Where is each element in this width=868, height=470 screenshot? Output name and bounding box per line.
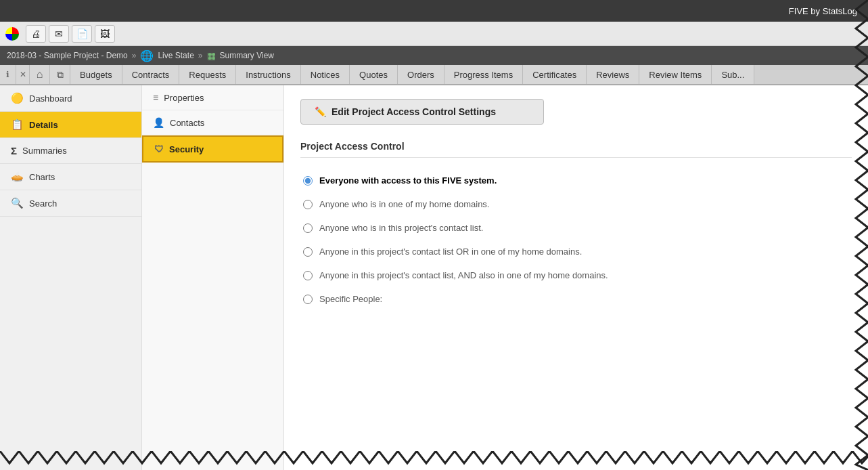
edit-access-control-button[interactable]: ✏️ Edit Project Access Control Settings (300, 99, 544, 125)
top-bar: FIVE by StatsLog (0, 0, 868, 22)
sidebar-item-charts[interactable]: 🥧 Charts (0, 164, 141, 190)
tab-certificates[interactable]: Certificates (523, 65, 587, 84)
radio-option-6[interactable]: Specific People: (300, 287, 852, 311)
breadcrumb: 2018-03 - Sample Project - Demo » 🌐 Live… (0, 46, 868, 65)
edit-button-label: Edit Project Access Control Settings (332, 106, 496, 117)
sub-sidebar-label-properties: Properties (164, 93, 204, 103)
content-area: ✏️ Edit Project Access Control Settings … (284, 85, 868, 470)
dashboard-icon: 🟡 (11, 92, 24, 104)
radio-input-3[interactable] (303, 223, 313, 233)
contacts-icon: 👤 (153, 117, 164, 128)
radio-input-4[interactable] (303, 247, 313, 257)
sub-sidebar-item-properties[interactable]: ≡ Properties (142, 85, 283, 110)
summary-view-icon: ▦ (207, 50, 216, 61)
tab-home[interactable]: ⌂ (30, 65, 50, 84)
edit-button-icon: ✏️ (315, 106, 326, 117)
radio-input-2[interactable] (303, 200, 313, 209)
main-area: 🟡 Dashboard 📋 Details Σ Summaries 🥧 Char… (0, 85, 868, 470)
details-icon: 📋 (11, 119, 24, 131)
tab-requests[interactable]: Requests (179, 65, 236, 84)
radio-label-5: Anyone in this project's contact list, A… (319, 270, 608, 280)
zigzag-border-bottom (0, 451, 868, 470)
app-title: FIVE by StatsLog (789, 6, 857, 16)
live-state-icon: 🌐 (140, 49, 154, 62)
radio-option-5[interactable]: Anyone in this project's contact list, A… (300, 263, 852, 287)
security-icon: 🛡 (154, 144, 164, 154)
tab-budgets[interactable]: Budgets (70, 65, 122, 84)
tab-progress-items[interactable]: Progress Items (444, 65, 523, 84)
tab-info[interactable]: ℹ (0, 65, 16, 84)
sub-sidebar: ≡ Properties 👤 Contacts 🛡 Security (142, 85, 284, 470)
radio-input-5[interactable] (303, 271, 313, 280)
print-button[interactable]: 🖨 (26, 25, 46, 43)
summaries-icon: Σ (11, 145, 17, 156)
sidebar-item-dashboard[interactable]: 🟡 Dashboard (0, 85, 141, 112)
radio-label-4: Anyone in this project's contact list OR… (319, 247, 582, 257)
email-button[interactable]: ✉ (49, 25, 69, 43)
sidebar: 🟡 Dashboard 📋 Details Σ Summaries 🥧 Char… (0, 85, 142, 470)
radio-label-2: Anyone who is in one of my home domains. (319, 199, 489, 209)
pdf-button[interactable]: 📄 (72, 25, 92, 43)
sub-sidebar-item-security[interactable]: 🛡 Security (142, 135, 283, 163)
radio-label-1: Everyone with access to this FIVE system… (319, 175, 497, 186)
nav-tabs: ℹ ✕ ⌂ ⧉ Budgets Contracts Requests Instr… (0, 65, 868, 85)
search-icon: 🔍 (11, 197, 24, 209)
tab-review-items[interactable]: Review Items (639, 65, 712, 84)
sidebar-label-dashboard: Dashboard (29, 93, 72, 104)
tab-contracts[interactable]: Contracts (122, 65, 180, 84)
tab-orders[interactable]: Orders (398, 65, 444, 84)
tab-close[interactable]: ✕ (16, 65, 30, 84)
toolbar: 🖨 ✉ 📄 🖼 (0, 22, 868, 46)
charts-icon: 🥧 (11, 171, 24, 183)
sub-sidebar-label-security: Security (169, 144, 204, 154)
app-logo (5, 27, 19, 41)
tab-reviews[interactable]: Reviews (587, 65, 639, 84)
sidebar-item-search[interactable]: 🔍 Search (0, 190, 141, 217)
sub-sidebar-item-contacts[interactable]: 👤 Contacts (142, 110, 283, 135)
radio-input-6[interactable] (303, 295, 313, 304)
breadcrumb-state: Live State (158, 51, 193, 60)
radio-option-2[interactable]: Anyone who is in one of my home domains. (300, 192, 852, 216)
sidebar-item-details[interactable]: 📋 Details (0, 112, 141, 138)
tab-notices[interactable]: Notices (301, 65, 350, 84)
tab-quotes[interactable]: Quotes (350, 65, 398, 84)
image-button[interactable]: 🖼 (95, 25, 115, 43)
radio-label-6: Specific People: (319, 294, 382, 304)
sub-sidebar-label-contacts: Contacts (170, 118, 204, 128)
sidebar-label-summaries: Summaries (22, 146, 67, 156)
tab-copy[interactable]: ⧉ (50, 65, 70, 84)
sidebar-label-charts: Charts (29, 172, 55, 182)
radio-input-1[interactable] (303, 176, 313, 186)
zigzag-border-right (852, 0, 868, 470)
tab-instructions[interactable]: Instructions (236, 65, 300, 84)
radio-option-3[interactable]: Anyone who is in this project's contact … (300, 216, 852, 240)
tab-sub[interactable]: Sub... (712, 65, 754, 84)
breadcrumb-project: 2018-03 - Sample Project - Demo (7, 51, 128, 60)
sidebar-label-details: Details (29, 120, 58, 130)
radio-option-4[interactable]: Anyone in this project's contact list OR… (300, 240, 852, 263)
properties-icon: ≡ (153, 92, 158, 103)
sidebar-label-search: Search (29, 198, 57, 209)
breadcrumb-view: Summary View (220, 51, 274, 60)
sidebar-item-summaries[interactable]: Σ Summaries (0, 138, 141, 164)
radio-label-3: Anyone who is in this project's contact … (319, 223, 483, 233)
radio-option-1[interactable]: Everyone with access to this FIVE system… (300, 169, 852, 192)
section-title: Project Access Control (300, 141, 852, 158)
